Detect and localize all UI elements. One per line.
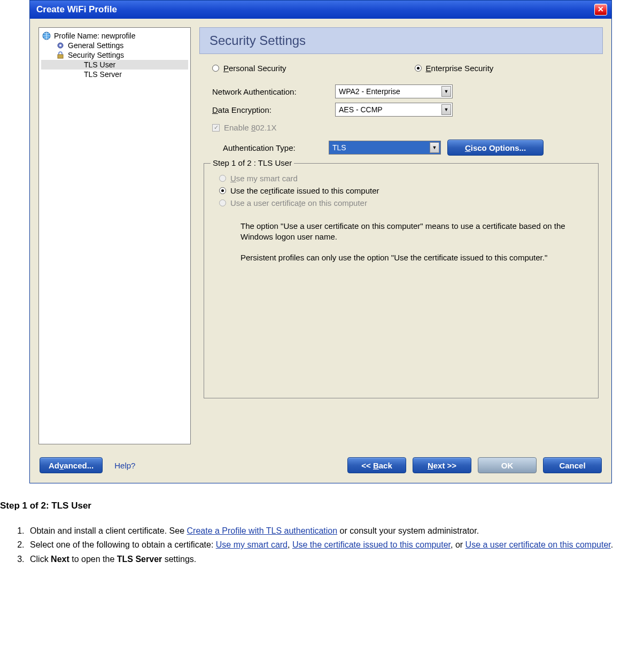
radio-icon — [212, 65, 219, 72]
radio-label: Use my smart cardUse my smart card — [230, 174, 298, 183]
gear-icon — [56, 41, 65, 50]
select-value: TLS — [332, 143, 346, 152]
explanation-text: The option "Use a user certificate on th… — [214, 218, 588, 263]
help-link[interactable]: Help? — [114, 461, 135, 470]
checkbox-label: Enable 802.1XEnable 802.1X — [224, 123, 276, 132]
tree-tls-user[interactable]: TLS User — [41, 60, 188, 70]
radio-label: PPersonal Securityersonal Security — [223, 64, 286, 73]
tls-user-fieldset: Step 1 of 2 : TLS User Use my smart card… — [204, 163, 599, 398]
svg-rect-3 — [58, 55, 63, 58]
advanced-button[interactable]: Advanced...Advanced... — [40, 457, 103, 473]
fieldset-legend: Step 1 of 2 : TLS User — [211, 158, 294, 167]
tree-label: TLS User — [84, 60, 115, 69]
panel-header: Security Settings — [199, 27, 603, 54]
wifi-profile-dialog: Create WiFi Profile ✕ Profile Name: newp… — [29, 0, 612, 483]
titlebar: Create WiFi Profile ✕ — [30, 1, 611, 19]
select-value: AES - CCMP — [339, 105, 383, 114]
doc-section: Step 1 of 2: TLS User Obtain and install… — [0, 499, 644, 565]
radio-use-cert-user: Use a user certificate on this computerU… — [219, 197, 588, 209]
data-encryption-label: DData Encryption:ata Encryption: — [212, 105, 335, 114]
explain-para-2: Persistent profiles can only use the opt… — [240, 252, 578, 263]
tree-general-settings[interactable]: General Settings — [41, 41, 188, 50]
link-use-cert-user[interactable]: Use a user certificate on this computer — [465, 540, 611, 549]
chevron-down-icon: ▼ — [430, 142, 439, 153]
radio-icon — [219, 199, 226, 206]
auth-type-select[interactable]: TLS ▼ — [329, 141, 441, 155]
radio-personal-security[interactable]: PPersonal Securityersonal Security — [212, 64, 286, 73]
link-use-cert-computer[interactable]: Use the certificate issued to this compu… — [292, 540, 451, 549]
dialog-title: Create WiFi Profile — [36, 4, 117, 15]
radio-label: Use a user certificate on this computerU… — [230, 198, 367, 207]
dialog-footer: Advanced...Advanced... Help? << Back<< B… — [30, 450, 611, 483]
checkbox-icon: ✓ — [212, 124, 220, 132]
ok-button[interactable]: OK — [478, 457, 537, 473]
lock-icon — [56, 51, 65, 59]
radio-use-cert-computer[interactable]: Use the certificate issued to this compu… — [219, 184, 588, 197]
radio-enterprise-security[interactable]: EEnterprise Securitynterprise Security — [415, 64, 494, 73]
radio-label: EEnterprise Securitynterprise Security — [426, 64, 494, 73]
tree-label: TLS Server — [84, 70, 122, 79]
back-button[interactable]: << Back<< Back — [347, 457, 406, 473]
doc-heading: Step 1 of 2: TLS User — [0, 499, 640, 512]
tree-security-settings[interactable]: Security Settings — [41, 50, 188, 60]
radio-icon — [219, 175, 226, 182]
globe-icon — [42, 32, 51, 40]
link-create-profile-tls[interactable]: Create a Profile with TLS authentication — [187, 526, 338, 535]
radio-label: Use the certificate issued to this compu… — [230, 186, 379, 195]
radio-use-smart-card: Use my smart cardUse my smart card — [219, 172, 588, 184]
tree-tls-server[interactable]: TLS Server — [41, 70, 188, 79]
link-use-smart-card[interactable]: Use my smart card — [216, 540, 288, 549]
nav-tree: Profile Name: newprofile General Setting… — [38, 27, 191, 444]
radio-icon — [415, 65, 422, 72]
cisco-options-button[interactable]: Cisco Options...Cisco Options... — [447, 140, 544, 156]
enable-8021x-checkbox: ✓ Enable 802.1XEnable 802.1X — [199, 119, 603, 137]
doc-step-1: Obtain and install a client certificate.… — [27, 525, 640, 537]
select-value: WPA2 - Enterprise — [339, 87, 400, 96]
doc-step-3: Click Next to open the TLS Server settin… — [27, 553, 640, 565]
close-icon[interactable]: ✕ — [594, 4, 607, 16]
tree-label: General Settings — [68, 41, 123, 50]
tree-label: Security Settings — [68, 51, 124, 59]
radio-icon — [219, 187, 226, 194]
tree-label: Profile Name: newprofile — [54, 32, 136, 40]
tree-profile-name[interactable]: Profile Name: newprofile — [41, 31, 188, 41]
data-encryption-select[interactable]: AES - CCMP ▼ — [335, 103, 453, 117]
network-auth-label: Network Authentication: — [212, 87, 335, 96]
svg-point-2 — [59, 44, 61, 47]
doc-step-2: Select one of the following to obtain a … — [27, 539, 640, 551]
cancel-button[interactable]: Cancel — [543, 457, 602, 473]
chevron-down-icon: ▼ — [441, 104, 451, 115]
explain-para-1: The option "Use a user certificate on th… — [240, 221, 578, 243]
network-auth-select[interactable]: WPA2 - Enterprise ▼ — [335, 84, 453, 98]
content-panel: Security Settings PPersonal Securityerso… — [199, 27, 603, 444]
next-button[interactable]: Next >>Next >> — [413, 457, 471, 473]
auth-type-label: Authentication Type: — [223, 143, 322, 152]
chevron-down-icon: ▼ — [441, 86, 451, 97]
